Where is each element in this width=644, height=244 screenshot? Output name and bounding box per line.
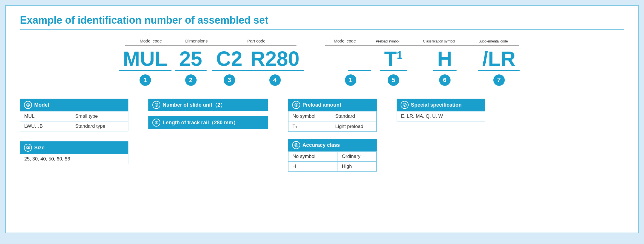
badge-5: 5 <box>388 74 399 86</box>
label-part-code: Part code <box>217 38 296 44</box>
preload-header-label: Preload amount <box>302 102 341 108</box>
content-box: Example of identification number of asse… <box>5 5 639 233</box>
model-table: MUL Small type LWU…B Standard type <box>20 111 128 131</box>
special-table-group: ⑦ Special specification E, LR, MA, Q, U,… <box>397 99 485 121</box>
col1: ① Model MUL Small type LWU…B Standard ty… <box>20 99 128 172</box>
preload-table: No symbol Standard T₁ Light preload <box>288 111 377 132</box>
code-val-25: 25 <box>175 48 206 71</box>
col2: ③ Number of slide unit（2） ④ Length of tr… <box>148 99 268 172</box>
size-header-label: Size <box>34 145 45 151</box>
accuracy-cell-nosymbol-name: No symbol <box>288 152 338 162</box>
model-row-mul: MUL Small type <box>20 111 128 121</box>
badge-1-left: 1 <box>140 74 151 86</box>
special-table-header: ⑦ Special specification <box>397 99 485 111</box>
accuracy-table: No symbol Ordinary H High <box>288 151 377 172</box>
code-val-c2: C2 <box>212 48 247 71</box>
label-classification-symbol: Classification symbol <box>411 39 468 44</box>
col3: ⑤ Preload amount No symbol Standard T₁ L… <box>288 99 377 172</box>
badge-7: 7 <box>493 74 505 86</box>
preload-row-t1: T₁ Light preload <box>288 121 377 132</box>
model-header-label: Model <box>34 102 49 108</box>
preload-cell-nosymbol-val: Standard <box>331 111 376 121</box>
badge-3: 3 <box>224 74 235 86</box>
preload-row-nosymbol: No symbol Standard <box>288 111 377 121</box>
tables-section: ① Model MUL Small type LWU…B Standard ty… <box>20 99 624 172</box>
slide-unit-circle-num: ③ <box>152 101 160 109</box>
size-table-group: ② Size 25, 30, 40, 50, 60, 86 <box>20 141 128 164</box>
code-block-c2: C2 3 <box>211 48 248 86</box>
page-background: Example of identification number of asse… <box>0 0 644 244</box>
preload-table-header: ⑤ Preload amount <box>288 99 377 111</box>
code-val-t1: T1 <box>380 48 407 71</box>
diagram-section: Model code Dimensions Part code <box>20 38 624 86</box>
track-rail-group: ④ Length of track rail（280 mm） <box>148 116 268 129</box>
special-values: E, LR, MA, Q, U, W <box>397 111 485 121</box>
model-cell-mul-name: MUL <box>20 111 71 121</box>
model-cell-lwu-type: Standard type <box>71 121 128 131</box>
label-model-code-right: Model code <box>325 38 365 44</box>
label-dimensions: Dimensions <box>177 38 217 44</box>
code-block-r280: R280 4 <box>248 48 302 86</box>
code-val-h: H <box>433 48 457 71</box>
badge-2: 2 <box>185 74 197 86</box>
accuracy-cell-h-name: H <box>288 162 338 172</box>
model-cell-mul-type: Small type <box>71 111 128 121</box>
page-title: Example of identification number of asse… <box>20 14 624 30</box>
code-block-blank: __ 1 <box>331 70 371 86</box>
col4: ⑦ Special specification E, LR, MA, Q, U,… <box>397 99 485 172</box>
code-block-mul: MUL 1 <box>120 48 171 86</box>
label-model-code-left: Model code <box>125 38 177 44</box>
model-circle-num: ① <box>24 101 32 109</box>
preload-circle-num: ⑤ <box>292 101 300 109</box>
track-rail-circle-num: ④ <box>152 119 160 127</box>
track-rail-label: Length of track rail（280 mm） <box>163 119 238 126</box>
badge-6: 6 <box>439 74 451 86</box>
size-table-header: ② Size <box>20 141 128 154</box>
model-table-header: ① Model <box>20 99 128 111</box>
slide-unit-group: ③ Number of slide unit（2） <box>148 99 268 111</box>
code-val-mul: MUL <box>119 48 172 71</box>
preload-cell-nosymbol-name: No symbol <box>288 111 331 121</box>
preload-cell-t1-val: Light preload <box>331 121 376 132</box>
accuracy-row-h: H High <box>288 162 377 172</box>
accuracy-table-group: ⑥ Accuracy class No symbol Ordinary H Hi… <box>288 139 377 172</box>
size-circle-num: ② <box>24 144 32 152</box>
special-header-label: Special specification <box>411 102 462 108</box>
badge-1-right: 1 <box>345 74 356 86</box>
preload-cell-t1-name: T₁ <box>288 121 331 132</box>
code-block-25: 25 2 <box>171 48 211 86</box>
model-row-lwu: LWU…B Standard type <box>20 121 128 131</box>
model-table-group: ① Model MUL Small type LWU…B Standard ty… <box>20 99 128 131</box>
accuracy-row-nosymbol: No symbol Ordinary <box>288 152 377 162</box>
label-supplemental-code: Supplemental code <box>468 39 519 44</box>
special-circle-num: ⑦ <box>401 101 409 109</box>
label-preload-symbol: Preload symbol <box>365 39 411 44</box>
size-values: 25, 30, 40, 50, 60, 86 <box>20 154 128 164</box>
accuracy-cell-nosymbol-val: Ordinary <box>338 152 377 162</box>
code-block-h: H 6 <box>416 48 473 86</box>
code-val-lr: /LR <box>478 48 520 71</box>
code-val-r280: R280 <box>246 48 304 71</box>
accuracy-cell-h-val: High <box>338 162 377 172</box>
accuracy-table-header: ⑥ Accuracy class <box>288 139 377 151</box>
code-block-lr: /LR 7 <box>473 48 525 86</box>
accuracy-circle-num: ⑥ <box>292 141 300 149</box>
accuracy-header-label: Accuracy class <box>302 142 340 148</box>
slide-unit-header: ③ Number of slide unit（2） <box>148 99 268 111</box>
slide-unit-label: Number of slide unit（2） <box>163 101 225 108</box>
model-cell-lwu-name: LWU…B <box>20 121 71 131</box>
track-rail-header: ④ Length of track rail（280 mm） <box>148 116 268 129</box>
code-block-t1: T1 5 <box>371 48 416 86</box>
preload-table-group: ⑤ Preload amount No symbol Standard T₁ L… <box>288 99 377 132</box>
badge-4: 4 <box>269 74 281 86</box>
